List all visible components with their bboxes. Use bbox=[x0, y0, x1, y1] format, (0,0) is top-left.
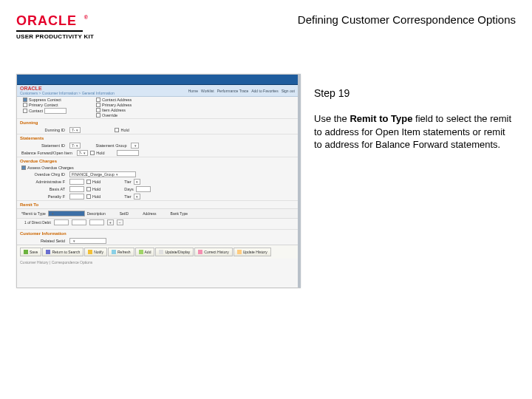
basis-label: Basis AT bbox=[21, 187, 67, 191]
step-instruction: Use the Remit to Type field to select th… bbox=[314, 112, 516, 151]
remit-setid-input[interactable] bbox=[54, 219, 69, 225]
dunning-id-select[interactable]: 7- bbox=[69, 127, 81, 133]
days-label: Days bbox=[124, 187, 134, 191]
remit-desc-label: Description bbox=[87, 211, 106, 216]
penalty-input[interactable] bbox=[69, 194, 84, 200]
ck-contact-address[interactable]: Contact Address bbox=[96, 98, 132, 102]
stmt-id-label: Statement ID bbox=[21, 143, 67, 148]
correct-history-button[interactable]: Correct History bbox=[194, 248, 232, 256]
admin-hold-ck[interactable]: Hold bbox=[86, 180, 100, 184]
remit-to-title: Remit To bbox=[17, 200, 298, 208]
save-button[interactable]: Save bbox=[20, 248, 41, 256]
notify-button[interactable]: Notify bbox=[84, 248, 107, 256]
penalty-hold-ck[interactable]: Hold bbox=[86, 194, 100, 199]
nav-signout[interactable]: Sign out bbox=[282, 89, 295, 93]
return-search-button[interactable]: Return to Search bbox=[42, 248, 83, 256]
update-display-button[interactable]: Update/Display bbox=[155, 248, 194, 256]
bfdt-label: Balance Forward/Open Item bbox=[21, 151, 75, 155]
refresh-button[interactable]: Refresh bbox=[108, 248, 134, 256]
remit-type-label: *Remit to Type bbox=[21, 211, 46, 216]
registered-mark: ® bbox=[84, 15, 89, 20]
stmt-id-select[interactable]: 7- bbox=[69, 143, 81, 149]
admin-label: Administrative F bbox=[21, 180, 67, 184]
step-number: Step 19 bbox=[314, 87, 516, 99]
cust-info-title: Customer Information bbox=[17, 229, 298, 237]
remit-address-label: Address bbox=[143, 211, 156, 216]
app-screenshot: ORACLE Customers > Customer Information … bbox=[16, 74, 301, 288]
update-history-button[interactable]: Update History bbox=[233, 248, 271, 256]
oc-id-label: Overdue Chrg ID bbox=[21, 172, 67, 177]
remit-addr-input[interactable] bbox=[72, 219, 86, 225]
stmt-hold-ck[interactable]: Hold bbox=[90, 151, 104, 155]
nav-perf-trace[interactable]: Performance Trace bbox=[217, 89, 249, 93]
shot-nav-links[interactable]: Home Worklist Performance Trace Add to F… bbox=[188, 89, 295, 93]
shot-titlebar bbox=[17, 75, 298, 85]
dunning-title: Dunning bbox=[17, 118, 298, 126]
assess-overdue-ck[interactable]: Assess Overdue Charges bbox=[21, 166, 74, 170]
ck-primary-contact[interactable]: Primary Contact bbox=[23, 103, 66, 107]
tier-label: Tier bbox=[124, 180, 131, 184]
step-text-pre: Use the bbox=[314, 113, 349, 124]
dunning-id-label: Dunning ID bbox=[21, 128, 67, 132]
tier-select-1[interactable] bbox=[134, 179, 140, 185]
step-text-bold: Remit to Type bbox=[349, 113, 412, 124]
toolbar: Save Return to Search Notify Refresh Add… bbox=[17, 245, 298, 259]
tier-label-2: Tier bbox=[124, 194, 131, 199]
admin-input[interactable] bbox=[69, 179, 84, 185]
remit-setid-label: SetID bbox=[120, 211, 129, 216]
ck-contact[interactable]: Contact bbox=[23, 108, 66, 114]
ck-suppress-contact[interactable]: Suppress Contact bbox=[23, 98, 66, 102]
ck-item-address[interactable]: Item Address bbox=[96, 108, 132, 112]
breadcrumb: Customers > Customer Information > Gener… bbox=[20, 91, 115, 95]
related-setid-select[interactable] bbox=[69, 238, 106, 244]
dunning-hold-ck[interactable]: Hold bbox=[115, 128, 129, 132]
stmt-group-label: Statement Group bbox=[83, 143, 129, 148]
remit-row-item: 1 of Direct Debit bbox=[24, 220, 51, 225]
basis-input[interactable] bbox=[69, 186, 84, 192]
penalty-label: Penalty F bbox=[21, 194, 67, 199]
row-delete-button[interactable]: − bbox=[117, 219, 123, 225]
bfdt-select[interactable]: 7- bbox=[77, 150, 88, 156]
document-title: Defining Customer Correspondence Options bbox=[298, 13, 516, 26]
remit-type-select[interactable] bbox=[48, 211, 85, 216]
shot-brand: ORACLE bbox=[20, 86, 115, 91]
oc-id-select[interactable]: FINANCE_Charge_Group bbox=[69, 171, 136, 177]
basis-hold-ck[interactable]: Hold bbox=[86, 187, 100, 191]
brand-logo: ORACLE ® bbox=[16, 13, 83, 32]
days-input-1[interactable] bbox=[136, 186, 151, 192]
stmt-group-select[interactable] bbox=[131, 143, 139, 149]
ck-primary-address[interactable]: Primary Address bbox=[96, 103, 132, 107]
brand-text: ORACLE bbox=[16, 13, 77, 28]
nav-worklist[interactable]: Worklist bbox=[201, 89, 214, 93]
statements-title: Statements bbox=[17, 134, 298, 142]
remit-bank-label: Bank Type bbox=[171, 211, 188, 216]
related-setid-label: Related Setid bbox=[21, 239, 67, 243]
remit-bank-input[interactable] bbox=[89, 219, 104, 225]
shot-footer-links[interactable]: Customer History | Correspondence Option… bbox=[17, 259, 298, 266]
overdue-title: Overdue Charges bbox=[17, 157, 298, 165]
stmt-extra-input[interactable] bbox=[117, 150, 139, 156]
brand-block: ORACLE ® USER PRODUCTIVITY KIT bbox=[16, 13, 94, 40]
add-button[interactable]: Add bbox=[135, 248, 155, 256]
row-add-button[interactable]: + bbox=[107, 219, 114, 225]
nav-add-fav[interactable]: Add to Favorites bbox=[251, 89, 278, 93]
tier-select-2[interactable] bbox=[134, 194, 140, 200]
ck-override[interactable]: Override bbox=[96, 113, 132, 117]
nav-home[interactable]: Home bbox=[188, 89, 198, 93]
brand-subtitle: USER PRODUCTIVITY KIT bbox=[16, 33, 94, 40]
